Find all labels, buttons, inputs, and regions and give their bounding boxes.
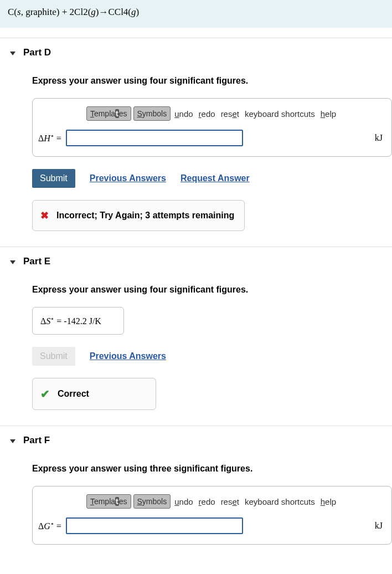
templates-button[interactable]: Templates xyxy=(86,106,131,121)
delta-g-label: ΔG∘ = xyxy=(38,520,61,531)
part-f-title: Part F xyxy=(23,435,50,446)
templates-button[interactable]: Templates xyxy=(86,494,131,509)
part-d-title: Part D xyxy=(23,47,51,58)
part-d-unit: kJ xyxy=(375,133,386,143)
symbols-button[interactable]: Symbols xyxy=(133,494,171,509)
part-e-feedback-text: Correct xyxy=(58,389,89,399)
undo-button[interactable]: undo xyxy=(173,109,194,119)
part-d-body: Express your answer using four significa… xyxy=(0,64,392,247)
help-button[interactable]: help xyxy=(319,497,338,506)
previous-answers-link[interactable]: Previous Answers xyxy=(90,351,166,361)
undo-button[interactable]: undo xyxy=(173,497,194,506)
submit-button[interactable]: Submit xyxy=(32,169,75,188)
submit-button-disabled: Submit xyxy=(32,347,75,366)
equation-text: C(s, graphite) + 2Cl2(g)→CCl4(g) xyxy=(8,7,139,17)
part-f-header[interactable]: Part F xyxy=(0,426,392,452)
reset-button[interactable]: reset xyxy=(219,109,241,119)
part-d-answer-row: ΔH∘ = kJ xyxy=(38,130,386,146)
keyboard-shortcuts-button[interactable]: keyboard shortcuts xyxy=(243,497,317,506)
chevron-down-icon xyxy=(10,260,16,264)
part-e-instructions: Express your answer using four significa… xyxy=(32,285,392,295)
delta-h-label: ΔH∘ = xyxy=(38,132,61,144)
correct-icon: ✔ xyxy=(40,387,50,401)
part-d-instructions: Express your answer using four significa… xyxy=(32,76,392,86)
redo-button[interactable]: redo xyxy=(197,497,217,506)
part-f-unit: kJ xyxy=(375,521,386,531)
toolbar: Templates Symbols undo redo reset keyboa… xyxy=(38,106,386,121)
part-f-answer-row: ΔG∘ = kJ xyxy=(38,517,386,534)
toolbar: Templates Symbols undo redo reset keyboa… xyxy=(38,494,386,509)
part-e-body: Express your answer using four significa… xyxy=(0,273,392,426)
part-d-input-block: Templates Symbols undo redo reset keyboa… xyxy=(32,98,392,157)
part-f-instructions: Express your answer using three signific… xyxy=(32,464,392,474)
part-e-buttons: Submit Previous Answers xyxy=(32,347,392,366)
keyboard-shortcuts-button[interactable]: keyboard shortcuts xyxy=(243,109,317,119)
part-e-feedback: ✔ Correct xyxy=(32,378,156,410)
part-d-buttons: Submit Previous Answers Request Answer xyxy=(32,169,392,188)
equation-box: C(s, graphite) + 2Cl2(g)→CCl4(g) xyxy=(0,0,392,28)
reset-button[interactable]: reset xyxy=(219,497,241,506)
symbols-button[interactable]: Symbols xyxy=(133,106,171,121)
part-d-header[interactable]: Part D xyxy=(0,38,392,64)
chevron-down-icon xyxy=(10,439,16,443)
part-d-feedback-text: Incorrect; Try Again; 3 attempts remaini… xyxy=(56,211,234,221)
redo-button[interactable]: redo xyxy=(197,109,217,119)
part-f-input-block: Templates Symbols undo redo reset keyboa… xyxy=(32,486,392,545)
part-f-body: Express your answer using three signific… xyxy=(0,452,392,572)
part-d-answer-input[interactable] xyxy=(66,130,243,146)
part-e-answer-display: ΔS∘ = -142.2 J/K xyxy=(32,307,124,335)
incorrect-icon: ✖ xyxy=(40,209,49,222)
part-f-answer-input[interactable] xyxy=(66,517,243,534)
previous-answers-link[interactable]: Previous Answers xyxy=(90,173,166,183)
part-e-header[interactable]: Part E xyxy=(0,247,392,273)
help-button[interactable]: help xyxy=(319,109,338,119)
chevron-down-icon xyxy=(10,52,16,55)
part-e-title: Part E xyxy=(23,256,50,267)
request-answer-link[interactable]: Request Answer xyxy=(180,173,250,183)
part-d-feedback: ✖ Incorrect; Try Again; 3 attempts remai… xyxy=(32,200,245,231)
